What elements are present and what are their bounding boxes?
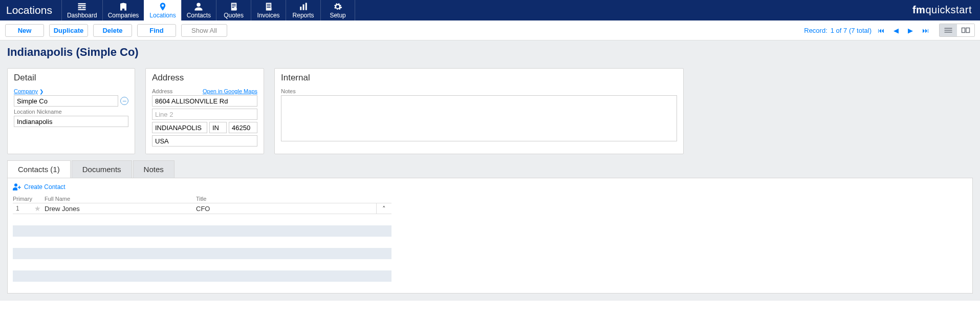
person-icon: [193, 2, 204, 11]
gear-icon: [333, 2, 343, 11]
sub-tabs: Contacts (1) Documents Notes: [7, 160, 973, 178]
dashboard-icon: [77, 2, 87, 11]
record-status: 1 of 7 (7 total): [831, 27, 872, 34]
nav-label: Dashboard: [67, 12, 97, 19]
table-header: Primary Full Name Title: [13, 195, 391, 203]
detail-panel: Detail Company ❯ − Location Nickname: [7, 68, 135, 154]
state-field[interactable]: [209, 122, 227, 133]
location-pin-icon: [158, 2, 168, 11]
nav-invoices[interactable]: $ Invoices: [251, 0, 286, 20]
sub-tab-area: Contacts (1) Documents Notes Create Cont…: [0, 160, 980, 301]
empty-row: [13, 259, 391, 270]
internal-heading: Internal: [281, 73, 677, 83]
chevron-right-icon: ❯: [39, 89, 43, 94]
new-button[interactable]: New: [5, 24, 44, 37]
page-title: Indianapolis (Simple Co): [7, 46, 973, 59]
google-maps-link[interactable]: Open in Google Maps: [203, 88, 257, 94]
invoice-icon: $: [264, 2, 274, 11]
internal-panel: Internal Notes: [274, 68, 684, 154]
company-link[interactable]: Company: [14, 88, 38, 94]
notes-field[interactable]: [281, 95, 677, 141]
table-row[interactable]: 1 ★ Drew Jones CFO ˄: [13, 203, 391, 214]
row-name: Drew Jones: [45, 205, 196, 213]
company-field[interactable]: [14, 95, 118, 107]
quote-doc-icon: [229, 2, 239, 11]
list-view-icon: [944, 27, 953, 34]
col-fullname: Full Name: [45, 196, 196, 202]
brand-logo: fmquickstart: [912, 0, 980, 20]
nav-quotes[interactable]: Quotes: [216, 0, 251, 20]
row-title: CFO: [196, 205, 376, 213]
record-navigator: Record: 1 of 7 (7 total) ⏮ ◀ ▶ ⏭: [804, 24, 975, 37]
svg-rect-1: [78, 5, 86, 6]
tab-body: Create Contact Primary Full Name Title 1…: [7, 178, 973, 294]
list-view-button[interactable]: [940, 24, 957, 36]
address-line1-field[interactable]: [152, 95, 257, 107]
next-record-icon[interactable]: ▶: [905, 26, 916, 35]
address-line2-field[interactable]: [152, 109, 257, 120]
nav-label: Setup: [330, 12, 345, 19]
city-field[interactable]: [152, 122, 207, 133]
nav-items: Dashboard Companies Locations Contacts Q…: [61, 0, 355, 20]
nav-label: Quotes: [224, 12, 244, 19]
nickname-field[interactable]: [14, 116, 128, 127]
top-nav: Locations Dashboard Companies Locations …: [0, 0, 980, 20]
nav-companies[interactable]: Companies: [102, 0, 144, 20]
empty-row: [13, 248, 391, 259]
tab-documents[interactable]: Documents: [72, 160, 132, 178]
find-button[interactable]: Find: [137, 24, 176, 37]
svg-text:$: $: [270, 7, 272, 10]
first-record-icon[interactable]: ⏮: [875, 26, 887, 35]
detail-heading: Detail: [14, 73, 128, 83]
nav-dashboard[interactable]: Dashboard: [61, 0, 102, 20]
tab-contacts[interactable]: Contacts (1): [7, 160, 71, 178]
nav-label: Companies: [108, 12, 139, 19]
svg-rect-13: [962, 28, 965, 33]
create-contact-label: Create Contact: [24, 183, 66, 191]
toolbar: New Duplicate Delete Find Show All Recor…: [0, 20, 980, 40]
form-view-button[interactable]: [957, 24, 974, 36]
tab-notes[interactable]: Notes: [133, 160, 175, 178]
remove-company-icon[interactable]: −: [120, 97, 128, 105]
form-view-icon: [961, 27, 970, 34]
duplicate-button[interactable]: Duplicate: [49, 24, 88, 37]
svg-rect-0: [78, 3, 86, 4]
svg-rect-2: [78, 7, 82, 8]
page-header: Indianapolis (Simple Co): [0, 40, 980, 68]
section-title: Locations: [0, 0, 61, 20]
nav-label: Locations: [149, 12, 176, 19]
add-person-icon: [13, 183, 22, 191]
nav-label: Contacts: [187, 12, 211, 19]
svg-point-5: [234, 8, 237, 10]
nav-label: Invoices: [257, 12, 280, 19]
col-chevron: [376, 196, 391, 202]
prev-record-icon[interactable]: ◀: [890, 26, 902, 35]
delete-button[interactable]: Delete: [93, 24, 132, 37]
empty-row: [13, 214, 391, 225]
svg-rect-3: [82, 7, 86, 8]
show-all-button[interactable]: Show All: [181, 24, 227, 37]
view-toggle: [939, 24, 975, 37]
detail-panels: Detail Company ❯ − Location Nickname Add…: [0, 68, 980, 160]
row-primary: 1: [13, 205, 34, 212]
nav-reports[interactable]: Reports: [286, 0, 320, 20]
bar-chart-icon: [298, 2, 309, 11]
address-panel: Address Address Open in Google Maps: [145, 68, 264, 154]
svg-rect-7: [300, 7, 301, 10]
nav-contacts[interactable]: Contacts: [181, 0, 216, 20]
svg-rect-4: [78, 9, 86, 10]
address-label: Address: [152, 88, 172, 94]
create-contact-link[interactable]: Create Contact: [13, 183, 967, 191]
empty-row: [13, 282, 391, 293]
country-field[interactable]: [152, 135, 257, 146]
star-icon[interactable]: ★: [34, 204, 45, 213]
chevron-up-icon[interactable]: ˄: [376, 203, 391, 214]
col-star: [34, 196, 45, 202]
last-record-icon[interactable]: ⏭: [919, 26, 932, 35]
col-title: Title: [196, 196, 376, 202]
empty-row: [13, 225, 391, 237]
nav-locations[interactable]: Locations: [144, 0, 181, 20]
nav-setup[interactable]: Setup: [320, 0, 355, 20]
zip-field[interactable]: [229, 122, 257, 133]
record-label: Record:: [804, 27, 827, 34]
